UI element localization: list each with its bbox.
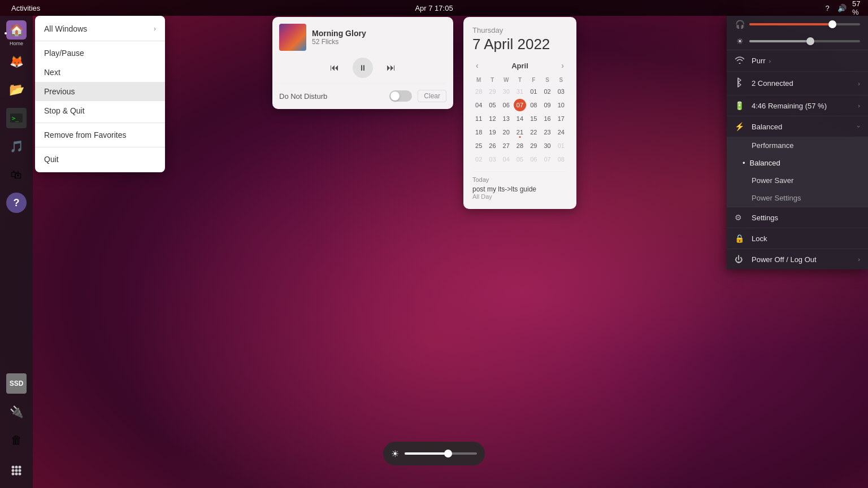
context-menu-quit[interactable]: Quit [35, 150, 165, 169]
cal-day[interactable]: 13 [500, 112, 513, 125]
next-month-button[interactable]: › [558, 60, 567, 71]
music-metadata: Morning Glory 52 Flicks [312, 29, 446, 46]
dock-item-usb[interactable]: 🔌 [3, 399, 29, 425]
cal-day[interactable]: 26 [486, 140, 498, 152]
cal-day[interactable]: 30 [500, 85, 513, 98]
cal-day[interactable]: 01 [527, 85, 540, 98]
cal-day[interactable]: 28 [514, 140, 526, 152]
cal-day[interactable]: 29 [527, 140, 540, 152]
dock-item-home[interactable]: 🏠 Home [3, 20, 29, 46]
cal-day[interactable]: 03 [486, 153, 498, 165]
cal-day[interactable]: 06 [527, 153, 540, 165]
dow-mon: M [472, 76, 485, 84]
context-menu-play-pause[interactable]: Play/Pause [35, 43, 165, 63]
volume-slider[interactable] [749, 23, 860, 25]
cal-day[interactable]: 04 [472, 99, 485, 111]
calendar-month-name: April [511, 62, 528, 70]
cal-day[interactable]: 03 [555, 85, 567, 98]
brightness-overlay-knob [444, 450, 452, 457]
speaker-icon[interactable]: 🔊 [837, 3, 847, 12]
clear-button[interactable]: Clear [418, 90, 446, 102]
battery-icon[interactable]: 57 % [852, 3, 861, 12]
performance-option[interactable]: Performance [727, 137, 868, 154]
power-saver-option[interactable]: Power Saver [727, 172, 868, 189]
topbar-datetime[interactable]: Apr 7 17:05 [415, 4, 453, 12]
power-settings-link[interactable]: Power Settings [727, 189, 868, 207]
cal-day[interactable]: 11 [472, 112, 485, 125]
cal-day[interactable]: 10 [555, 99, 567, 111]
dnd-toggle[interactable] [389, 90, 412, 102]
wifi-row[interactable]: Purr › [727, 50, 868, 72]
lock-row[interactable]: 🔒 Lock [727, 228, 868, 249]
cal-day[interactable]: 08 [555, 153, 567, 165]
brightness-row: ☀ [727, 33, 868, 50]
cal-day[interactable]: 12 [486, 112, 498, 125]
cal-day[interactable]: 27 [500, 140, 513, 152]
help-icon[interactable]: ? [823, 3, 832, 12]
cal-day[interactable]: 22 [527, 126, 540, 138]
cal-day[interactable]: 20 [500, 126, 513, 138]
brightness-slider[interactable] [749, 40, 860, 42]
context-menu-remove-favorites[interactable]: Remove from Favorites [35, 125, 165, 145]
cal-day[interactable]: 05 [514, 153, 526, 165]
brightness-overlay-slider[interactable] [405, 452, 477, 455]
context-menu-stop-quit[interactable]: Stop & Quit [35, 101, 165, 120]
dock-item-firefox[interactable]: 🦊 [3, 49, 29, 75]
dock-item-ssd[interactable]: SSD [3, 371, 29, 396]
next-track-button[interactable]: ⏭ [382, 59, 400, 77]
cal-day[interactable]: 23 [541, 126, 554, 138]
cal-day[interactable]: 30 [541, 140, 554, 152]
dock-item-trash[interactable]: 🗑 [3, 427, 29, 453]
cal-day[interactable]: 16 [541, 112, 554, 125]
album-art [279, 24, 306, 51]
power-off-row[interactable]: ⏻ Power Off / Log Out › [727, 249, 868, 269]
cal-day[interactable]: 09 [541, 99, 554, 111]
cal-day[interactable]: 05 [486, 99, 498, 111]
cal-day-today[interactable]: 07 [514, 99, 526, 111]
context-menu-next[interactable]: Next [35, 63, 165, 82]
context-menu-previous[interactable]: Previous [35, 82, 165, 101]
cal-day[interactable]: 08 [527, 99, 540, 111]
dock-item-files[interactable]: 📂 [3, 77, 29, 103]
bluetooth-icon [735, 77, 746, 89]
dock-item-terminal[interactable]: >_ [3, 105, 29, 131]
dock-item-rhythmbox[interactable]: 🎵 [3, 133, 29, 159]
cal-day[interactable]: 04 [500, 153, 513, 165]
context-menu-all-windows[interactable]: All Windows › [35, 19, 165, 38]
cal-day[interactable]: 25 [472, 140, 485, 152]
cal-day[interactable]: 06 [500, 99, 513, 111]
cal-day[interactable]: 14 [514, 112, 526, 125]
cal-day-event[interactable]: 21 [514, 126, 526, 138]
cal-day[interactable]: 18 [472, 126, 485, 138]
prev-track-button[interactable]: ⏮ [326, 59, 344, 77]
cal-day[interactable]: 31 [514, 85, 526, 98]
calendar-events: Today post my lts->lts guide All Day [472, 171, 567, 200]
cal-day[interactable]: 28 [472, 85, 485, 98]
cal-day[interactable]: 07 [541, 153, 554, 165]
cal-day[interactable]: 15 [527, 112, 540, 125]
cal-day[interactable]: 19 [486, 126, 498, 138]
svg-point-8 [12, 473, 15, 476]
cal-day[interactable]: 01 [555, 140, 567, 152]
prev-month-button[interactable]: ‹ [472, 60, 482, 71]
power-mode-row[interactable]: ⚡ Balanced › [727, 116, 868, 137]
dow-sun: S [555, 76, 567, 84]
dow-wed: W [500, 76, 513, 84]
dock-item-appstore[interactable]: 🛍 [3, 162, 29, 188]
dock-item-help[interactable]: ? [3, 190, 29, 216]
power-off-chevron-icon: › [858, 256, 860, 263]
bluetooth-row[interactable]: 2 Connected › [727, 72, 868, 95]
balanced-option[interactable]: Balanced [727, 154, 868, 172]
play-pause-button[interactable]: ⏸ [353, 58, 373, 78]
battery-row[interactable]: 🔋 4:46 Remaining (57 %) › [727, 95, 868, 116]
settings-row[interactable]: ⚙ Settings [727, 207, 868, 228]
activities-button[interactable]: Activities [7, 4, 45, 12]
cal-day[interactable]: 02 [541, 85, 554, 98]
event-title[interactable]: post my lts->lts guide [472, 185, 567, 193]
music-track-info: Morning Glory 52 Flicks [279, 24, 446, 51]
dock-item-grid[interactable] [3, 457, 29, 483]
cal-day[interactable]: 29 [486, 85, 498, 98]
cal-day[interactable]: 17 [555, 112, 567, 125]
cal-day[interactable]: 02 [472, 153, 485, 165]
cal-day[interactable]: 24 [555, 126, 567, 138]
